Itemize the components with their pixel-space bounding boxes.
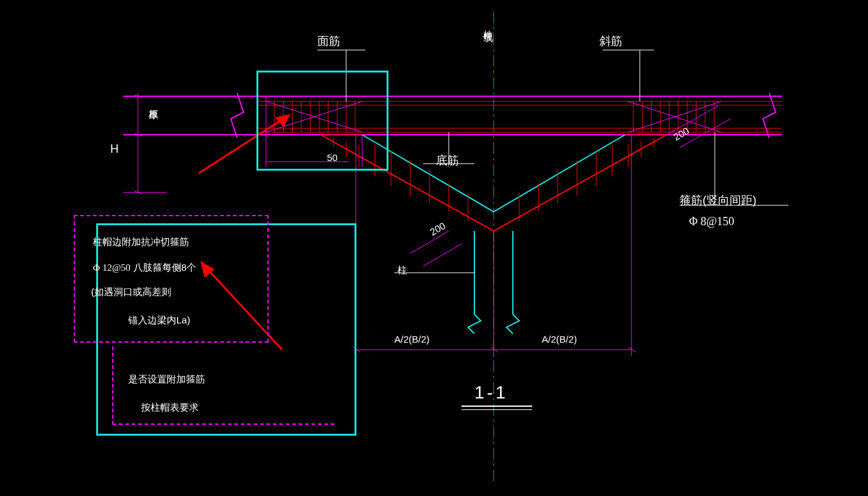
note-line-2: Φ 12@50 八肢箍每侧8个	[93, 262, 196, 274]
label-diag-rebar: 斜筋	[599, 33, 622, 49]
note-line-4: 锚入边梁内La)	[128, 314, 190, 327]
section-title-underline-1	[462, 406, 532, 407]
highlight-box-stirrup-zone	[256, 71, 388, 171]
label-stirrup-spec: Φ 8@150	[689, 215, 734, 228]
svg-line-82	[423, 244, 462, 266]
dim-span-right: A/2(B/2)	[542, 334, 577, 345]
note-line-1: 柱帽边附加抗冲切箍筋	[93, 236, 189, 248]
label-slab-thickness: 板厚	[147, 101, 160, 104]
label-bottom-rebar: 底筋	[436, 153, 459, 168]
label-column-centerline: 柱中线	[482, 22, 494, 26]
note-line-5: 是否设置附加箍筋	[128, 373, 205, 386]
label-stirrup-title: 箍筋(竖向间距)	[680, 192, 756, 208]
dim-span-left: A/2(B/2)	[394, 334, 430, 345]
svg-line-81	[410, 231, 449, 253]
note-line-3: (如遇洞口或高差则	[91, 286, 171, 298]
label-50: 50	[327, 152, 338, 163]
section-title: 1-1	[474, 382, 508, 403]
cad-viewport[interactable]: 面筋 柱中线 斜筋 板厚 H 50 底筋 200 200 箍筋(竖向间距) Φ …	[0, 0, 868, 496]
label-column: 柱	[397, 264, 407, 277]
section-title-underline-2	[462, 409, 532, 410]
note-line-6: 按柱帽表要求	[141, 402, 199, 414]
label-H: H	[110, 142, 119, 156]
label-top-rebar: 面筋	[317, 33, 340, 49]
